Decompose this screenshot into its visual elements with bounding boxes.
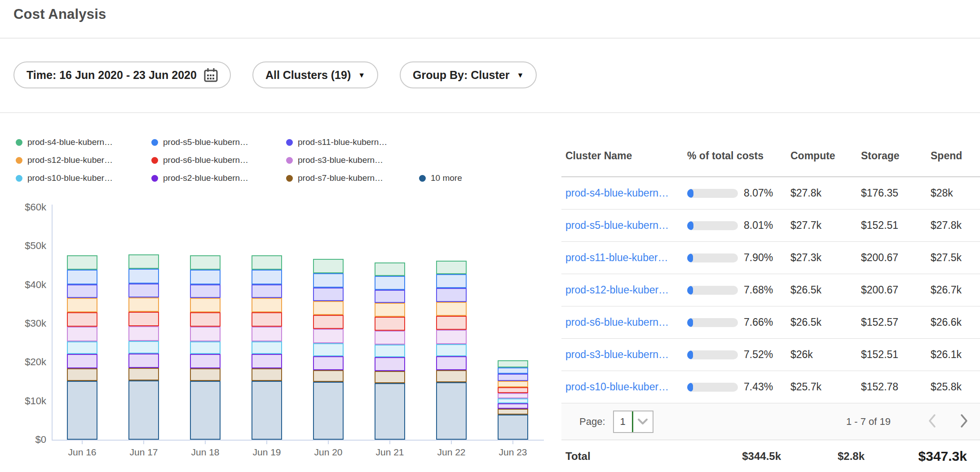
bar-segment[interactable] [498, 360, 528, 367]
bar-segment[interactable] [67, 381, 97, 440]
bar-segment[interactable] [313, 382, 344, 440]
bar-segment[interactable] [375, 331, 405, 345]
bar-segment[interactable] [375, 303, 405, 317]
bar-segment[interactable] [436, 261, 467, 274]
bar-segment[interactable] [498, 374, 528, 381]
pct-progress-fill [687, 189, 693, 198]
bar-segment[interactable] [313, 315, 344, 329]
bar-segment[interactable] [190, 368, 221, 381]
bar-segment[interactable] [313, 273, 344, 288]
bar-segment[interactable] [436, 344, 467, 357]
bar-segment[interactable] [375, 317, 405, 331]
bar-segment[interactable] [252, 327, 282, 341]
bar-segment[interactable] [436, 274, 467, 288]
bar-segment[interactable] [128, 254, 159, 269]
spend-value: $27.5k [931, 252, 980, 264]
bar-segment[interactable] [128, 326, 159, 341]
bar-segment[interactable] [128, 284, 159, 297]
bar-segment[interactable] [313, 301, 344, 315]
bar-segment[interactable] [375, 345, 405, 357]
bar-segment[interactable] [498, 409, 528, 415]
bar-segment[interactable] [67, 327, 97, 341]
bar-segment[interactable] [67, 354, 97, 368]
cluster-name-link[interactable]: prod-s12-blue-kuber… [561, 284, 687, 296]
bar-segment[interactable] [375, 383, 405, 440]
bar-segment[interactable] [252, 354, 282, 368]
page-select[interactable]: 1 [613, 411, 653, 433]
bar-segment[interactable] [498, 387, 528, 393]
bar-segment[interactable] [128, 368, 159, 380]
bar-segment[interactable] [190, 284, 221, 298]
bar-segment[interactable] [252, 341, 282, 354]
bar-segment[interactable] [190, 354, 221, 368]
cluster-name-link[interactable]: prod-s6-blue-kubern… [561, 316, 687, 328]
bar-segment[interactable] [252, 368, 282, 381]
bar-segment[interactable] [498, 415, 528, 440]
bar-segment[interactable] [252, 284, 282, 298]
cluster-name-link[interactable]: prod-s5-blue-kubern… [561, 219, 687, 232]
bar-segment[interactable] [436, 356, 467, 370]
bar-segment[interactable] [128, 354, 159, 368]
bar-segment[interactable] [67, 341, 97, 354]
bar-segment[interactable] [67, 312, 97, 327]
storage-value: $152.51 [861, 349, 931, 361]
bar-segment[interactable] [313, 343, 344, 356]
bar-segment[interactable] [67, 298, 97, 312]
bar-segment[interactable] [313, 356, 344, 370]
bar-segment[interactable] [128, 380, 159, 440]
bar-segment[interactable] [190, 341, 221, 354]
bar-segment[interactable] [313, 329, 344, 343]
bar-segment[interactable] [436, 316, 467, 330]
table-row: prod-s5-blue-kubern…8.01%$27.7k$152.51$2… [561, 210, 980, 242]
pct-value: 8.07% [744, 187, 773, 199]
bar-segment[interactable] [252, 270, 282, 284]
bar-segment[interactable] [313, 259, 344, 273]
bar-segment[interactable] [190, 298, 221, 312]
bar-segment[interactable] [128, 297, 159, 312]
bar-segment[interactable] [252, 312, 282, 327]
bar-segment[interactable] [67, 284, 97, 298]
bar-segment[interactable] [436, 288, 467, 302]
bar-segment[interactable] [375, 276, 405, 290]
cluster-name-link[interactable]: prod-s10-blue-kuber… [561, 381, 687, 393]
bar-segment[interactable] [67, 255, 97, 270]
bar-segment[interactable] [252, 381, 282, 440]
bar-segment[interactable] [128, 312, 159, 326]
pct-progress-bar [687, 221, 738, 230]
bar-segment[interactable] [498, 367, 528, 374]
bar-segment[interactable] [190, 270, 221, 284]
chevron-down-icon [633, 411, 653, 432]
bar-segment[interactable] [190, 327, 221, 341]
bar-segment[interactable] [375, 290, 405, 303]
bar-segment[interactable] [436, 302, 467, 316]
bar-segment[interactable] [375, 371, 405, 383]
bar-segment[interactable] [498, 393, 528, 399]
prev-page-button[interactable] [927, 414, 936, 429]
bar-segment[interactable] [252, 298, 282, 312]
bar-segment[interactable] [313, 288, 344, 301]
bar-segment[interactable] [67, 270, 97, 284]
x-axis-tick-label: Jun 18 [174, 447, 237, 458]
bar-segment[interactable] [190, 255, 221, 270]
bar-segment[interactable] [313, 370, 344, 382]
compute-value: $27.7k [790, 219, 861, 232]
bar-segment[interactable] [498, 398, 528, 403]
bar-segment[interactable] [375, 262, 405, 276]
bar-segment[interactable] [128, 341, 159, 354]
bar-segment[interactable] [375, 357, 405, 371]
bar-segment[interactable] [190, 381, 221, 440]
bar-segment[interactable] [498, 381, 528, 387]
next-page-button[interactable] [960, 414, 969, 429]
bar-segment[interactable] [128, 269, 159, 284]
y-axis-tick-label: $20k [14, 356, 46, 368]
bar-segment[interactable] [436, 330, 467, 344]
bar-segment[interactable] [498, 403, 528, 409]
bar-segment[interactable] [190, 312, 221, 327]
bar-segment[interactable] [67, 368, 97, 381]
bar-segment[interactable] [252, 255, 282, 270]
cluster-name-link[interactable]: prod-s11-blue-kuber… [561, 252, 687, 264]
cluster-name-link[interactable]: prod-s3-blue-kubern… [561, 349, 687, 361]
bar-segment[interactable] [436, 382, 467, 440]
bar-segment[interactable] [436, 370, 467, 382]
cluster-name-link[interactable]: prod-s4-blue-kubern… [561, 187, 687, 199]
